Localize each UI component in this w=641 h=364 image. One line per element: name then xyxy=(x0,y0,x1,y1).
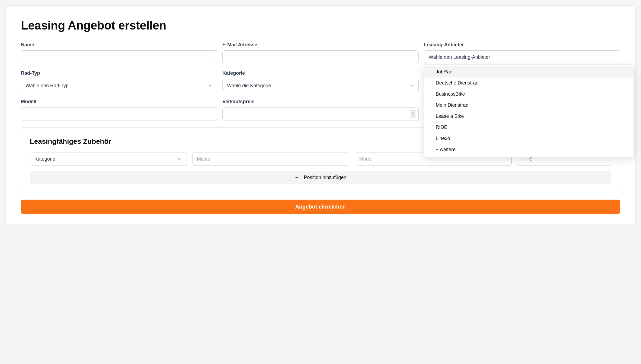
form-card: Leasing Angebot erstellen Name E-Mail Ad… xyxy=(5,5,636,225)
chevron-down-icon xyxy=(207,83,212,88)
spinner-up[interactable] xyxy=(412,111,414,114)
provider-label: Leasing-Anbieter xyxy=(424,42,620,48)
page-title: Leasing Angebot erstellen xyxy=(21,19,620,32)
name-group: Name xyxy=(21,42,217,64)
bike-type-select[interactable]: Wähle den Rad-Typ xyxy=(21,79,217,92)
email-label: E-Mail Adresse xyxy=(222,42,418,48)
provider-option-linexo[interactable]: Linexo xyxy=(424,133,633,144)
price-group: Verkaufspreis xyxy=(222,99,418,121)
add-position-button[interactable]: Position hinzufügen xyxy=(30,171,611,184)
name-input[interactable] xyxy=(21,50,217,64)
email-group: E-Mail Adresse xyxy=(222,42,418,64)
accessory-category-text: Kategorie xyxy=(34,156,55,162)
provider-option-lease-a-bike[interactable]: Lease a Bike xyxy=(424,111,633,122)
category-group: Kategorie Wähle die Kategorie xyxy=(222,70,418,92)
add-position-label: Position hinzufügen xyxy=(304,175,346,180)
price-input[interactable] xyxy=(222,107,418,121)
model-group: Modell xyxy=(21,99,217,121)
plus-icon xyxy=(294,175,299,180)
bike-type-group: Rad-Typ Wähle den Rad-Typ xyxy=(21,70,217,92)
spinner-down[interactable] xyxy=(412,114,414,117)
chevron-down-icon xyxy=(177,157,182,161)
accessory-brand-input[interactable] xyxy=(192,152,349,166)
model-label: Modell xyxy=(21,99,217,105)
category-label: Kategorie xyxy=(222,70,418,76)
email-input[interactable] xyxy=(222,50,418,64)
provider-select-text: Wähle den Leasing-Anbieter xyxy=(429,54,490,60)
provider-option-ride[interactable]: RIDE xyxy=(424,122,633,133)
provider-group: Leasing-Anbieter Wähle den Leasing-Anbie… xyxy=(424,42,620,64)
provider-select[interactable]: Wähle den Leasing-Anbieter xyxy=(424,50,620,64)
provider-option-deutsche-dienstrad[interactable]: Deutsche Dienstrad xyxy=(424,77,633,89)
form-row-1: Name E-Mail Adresse Leasing-Anbieter Wäh… xyxy=(21,42,620,64)
price-label: Verkaufspreis xyxy=(222,99,418,105)
accessory-category-select[interactable]: Kategorie xyxy=(30,152,187,166)
chevron-down-icon xyxy=(409,83,414,88)
model-input[interactable] xyxy=(21,107,217,121)
bike-type-select-text: Wähle den Rad-Typ xyxy=(25,83,69,89)
chevron-down-icon xyxy=(412,115,414,116)
provider-option-weitere[interactable]: + weitere xyxy=(424,144,633,155)
bike-type-label: Rad-Typ xyxy=(21,70,217,76)
submit-button[interactable]: Angebot einreichen xyxy=(21,200,620,214)
chevron-up-icon xyxy=(412,112,414,113)
provider-option-mein-dienstrad[interactable]: Mein Dienstrad xyxy=(424,100,633,111)
category-select-text: Wähle die Kategorie xyxy=(227,83,271,89)
provider-option-businessbike[interactable]: BusinessBike xyxy=(424,89,633,100)
provider-option-jobrad[interactable]: JobRad xyxy=(424,66,633,77)
price-spinner xyxy=(410,110,416,118)
price-input-wrapper xyxy=(222,107,418,121)
category-select[interactable]: Wähle die Kategorie xyxy=(222,79,418,92)
name-label: Name xyxy=(21,42,217,48)
provider-dropdown: JobRad Deutsche Dienstrad BusinessBike M… xyxy=(424,64,634,157)
